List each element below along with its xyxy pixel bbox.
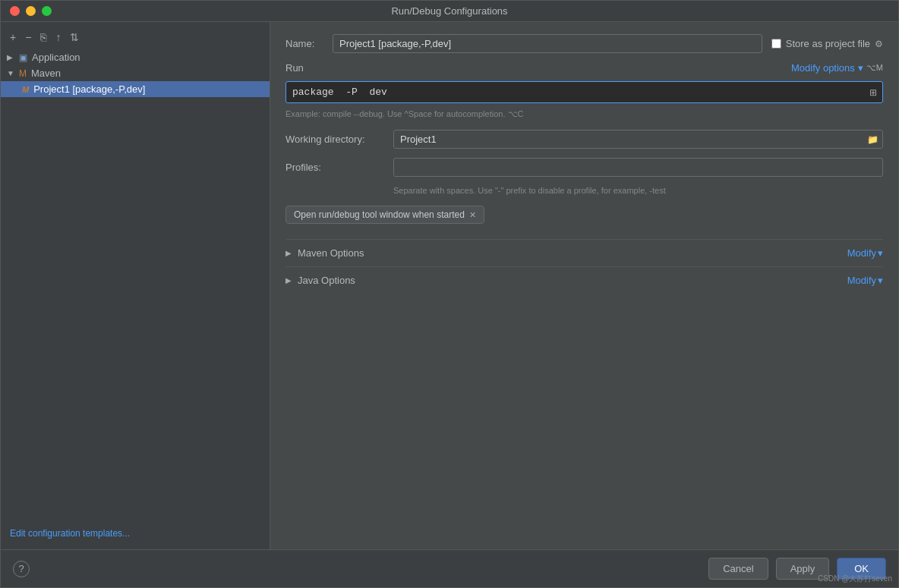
run-header: Run Modify options ▾ ⌥M [285,62,883,74]
maven-icon: M [19,68,27,79]
command-input[interactable] [285,81,883,103]
tag-close-button[interactable]: ✕ [469,210,476,220]
maven-label: Maven [31,68,61,79]
window-controls [10,6,52,16]
name-label: Name: [285,38,323,49]
name-input[interactable] [333,34,762,53]
java-options-modify-button[interactable]: Modify ▾ [847,275,883,286]
working-dir-input[interactable] [393,130,883,149]
maven-child-label: Project1 [package,-P,dev] [33,83,145,95]
tree-item-maven-parent[interactable]: ▼ M Maven [1,65,270,81]
store-project-checkbox[interactable] [771,39,781,49]
run-label: Run [285,62,304,74]
modify-options-label: Modify options [791,62,855,74]
command-hint: Example: compile --debug. Use ^Space for… [285,109,883,119]
java-options-left: ▶ Java Options [285,275,355,286]
run-debug-tag: Open run/debug tool window when started … [285,206,484,224]
store-project-label: Store as project file [786,38,870,49]
maven-options-arrow: ▶ [285,249,292,257]
application-arrow: ▶ [7,53,16,61]
sort-config-button[interactable]: ⇅ [67,30,82,45]
right-panel: Name: Store as project file ⚙ Run Modify… [270,22,898,549]
profiles-input[interactable] [393,158,883,177]
window-title: Run/Debug Configurations [391,5,507,17]
tree-item-maven-child[interactable]: M Project1 [package,-P,dev] [1,81,270,97]
modify-options-button[interactable]: Modify options ▾ ⌥M [791,62,883,74]
move-config-button[interactable]: ↑ [52,30,64,45]
remove-config-button[interactable]: − [22,30,34,45]
close-button[interactable] [10,6,20,16]
store-project-area: Store as project file ⚙ [771,38,883,49]
profiles-row: Profiles: [285,158,883,177]
java-modify-label: Modify [847,275,876,286]
cancel-button[interactable]: Cancel [708,558,768,580]
profiles-input-wrapper [393,158,883,177]
application-label: Application [32,52,80,63]
copy-config-button[interactable]: ⎘ [37,30,49,45]
add-config-button[interactable]: + [7,30,19,45]
name-row: Name: Store as project file ⚙ [285,34,883,53]
working-dir-row: Working directory: 📁 [285,130,883,149]
working-dir-input-wrapper: 📁 [393,130,883,149]
edit-templates-link[interactable]: Edit configuration templates... [1,522,270,545]
command-input-wrapper: ⊞ [285,81,883,103]
profiles-label: Profiles: [285,162,384,173]
tag-label: Open run/debug tool window when started [294,209,465,220]
maven-modify-arrow: ▾ [878,247,883,259]
modify-options-arrow: ▾ [858,62,863,74]
application-icon: ▣ [19,52,27,63]
tree-item-application[interactable]: ▶ ▣ Application [1,49,270,65]
command-copy-icon: ⊞ [869,87,877,98]
maven-child-icon: M [22,85,29,94]
maven-options-section[interactable]: ▶ Maven Options Modify ▾ [285,239,883,266]
gear-icon: ⚙ [875,39,883,49]
watermark: CSDN @大苏打seven [818,574,892,584]
maven-options-label: Maven Options [298,247,364,259]
maven-arrow: ▼ [7,69,16,77]
maven-modify-label: Modify [847,247,876,259]
left-panel: + − ⎘ ↑ ⇅ ▶ ▣ Application ▼ M Maven [1,22,270,549]
java-options-arrow: ▶ [285,276,292,285]
maven-options-left: ▶ Maven Options [285,247,364,259]
help-button[interactable]: ? [13,561,30,577]
bottom-bar: ? Cancel Apply OK [1,549,898,587]
profiles-hint: Separate with spaces. Use "-" prefix to … [393,186,883,195]
folder-icon: 📁 [867,134,878,145]
maven-options-modify-button[interactable]: Modify ▾ [847,247,883,259]
bottom-left: ? [13,561,30,577]
title-bar: Run/Debug Configurations [1,1,898,22]
java-options-label: Java Options [298,275,355,286]
java-options-section[interactable]: ▶ Java Options Modify ▾ [285,266,883,294]
tree-toolbar: + − ⎘ ↑ ⇅ [1,27,270,49]
java-modify-arrow: ▾ [878,275,883,286]
tag-container: Open run/debug tool window when started … [285,206,883,224]
minimize-button[interactable] [26,6,36,16]
modify-options-shortcut: ⌥M [866,63,883,73]
maximize-button[interactable] [42,6,52,16]
config-tree: ▶ ▣ Application ▼ M Maven M Project1 [pa… [1,49,270,522]
working-dir-label: Working directory: [285,134,384,145]
